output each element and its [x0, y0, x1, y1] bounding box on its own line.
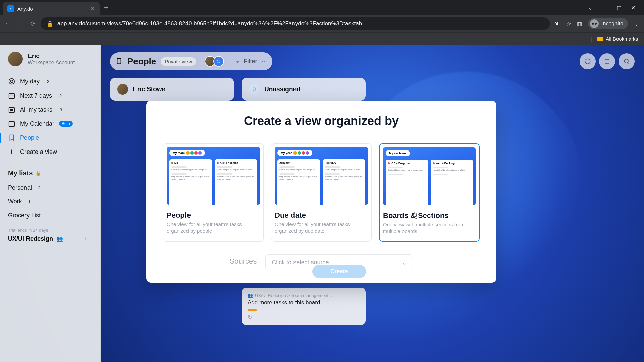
option-preview: My sections iOS > ProgressStart a blog t… [383, 147, 476, 205]
window-controls: ⌄ — ▢ ✕ [588, 5, 641, 11]
lock-icon: 🔒 [47, 21, 53, 27]
option-description: One view for all your team's tasks organ… [167, 221, 260, 235]
svg-point-0 [592, 23, 594, 25]
folder-icon [597, 37, 603, 41]
minimize-icon[interactable]: — [602, 5, 607, 11]
back-button[interactable]: ← [5, 20, 11, 28]
option-boards-sections[interactable]: My sections iOS > ProgressStart a blog t… [379, 143, 480, 242]
option-preview: My year JanuaryStart a blog to reach you… [275, 147, 368, 205]
bookmarks-bar: | All Bookmarks [0, 32, 644, 45]
option-title: Due date [275, 211, 368, 220]
url-bar[interactable]: 🔒 app.any.do/custom-views/70e6d96c-103e-… [41, 17, 550, 30]
menu-icon[interactable]: ⋮ [634, 21, 639, 27]
close-window-icon[interactable]: ✕ [631, 5, 635, 11]
svg-point-1 [595, 23, 597, 25]
option-description: One view for all your team's tasks organ… [275, 221, 368, 235]
create-button[interactable]: Create [312, 265, 366, 278]
sources-label: Sources [230, 257, 257, 266]
browser-tab[interactable]: Any.do ✕ [3, 2, 100, 15]
tab-title: Any.do [17, 6, 87, 12]
address-bar: ← → ⟳ 🔒 app.any.do/custom-views/70e6d96c… [0, 15, 644, 32]
forward-button[interactable]: → [17, 20, 24, 28]
maximize-icon[interactable]: ▢ [616, 5, 622, 11]
browser-chrome: Any.do ✕ + ⌄ — ▢ ✕ ← → ⟳ 🔒 app.any.do/cu… [0, 0, 644, 45]
modal-title: Create a view organized by [162, 114, 480, 128]
chevron-down-icon[interactable]: ⌄ [588, 5, 592, 11]
panel-icon[interactable]: ▥ [577, 21, 582, 27]
app: Eric Workspace Account My day 3 Next 7 d… [0, 45, 644, 362]
tab-bar: Any.do ✕ + ⌄ — ▢ ✕ [0, 0, 644, 15]
option-preview: My team MeStart a blog to reach your cre… [167, 147, 260, 205]
incognito-badge[interactable]: Incognito [588, 18, 628, 29]
incognito-icon [590, 19, 599, 28]
option-title: People [167, 211, 260, 220]
option-people[interactable]: My team MeStart a blog to reach your cre… [163, 143, 264, 242]
close-icon[interactable]: ✕ [90, 5, 95, 12]
option-due-date[interactable]: My year JanuaryStart a blog to reach you… [271, 143, 372, 242]
reload-button[interactable]: ⟳ [30, 20, 36, 28]
create-view-modal: Create a view organized by My team MeSta… [146, 101, 496, 283]
view-type-options: My team MeStart a blog to reach your cre… [162, 143, 480, 242]
option-title: Boards & Sections [383, 211, 476, 220]
star-icon[interactable]: ☆ [566, 21, 571, 27]
url-text: app.any.do/custom-views/70e6d96c-103e-48… [57, 20, 362, 27]
all-bookmarks[interactable]: All Bookmarks [597, 36, 638, 42]
chevron-down-icon: ⌄ [401, 259, 407, 266]
favicon [7, 5, 14, 12]
sources-row: Sources Click to select source ⌄ Create [162, 254, 480, 271]
new-tab-button[interactable]: + [104, 3, 108, 12]
eye-off-icon[interactable]: 👁 [555, 21, 560, 27]
option-description: One view with multiple sections from mul… [383, 221, 476, 235]
